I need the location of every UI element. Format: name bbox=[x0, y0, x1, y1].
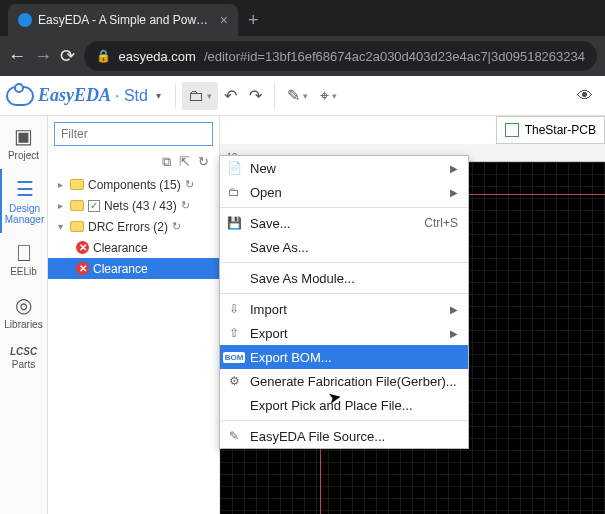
file-menu: 📄 New ▶ 🗀 Open ▶ 💾 Save... Ctrl+S Save A… bbox=[219, 155, 469, 449]
document-tab[interactable]: TheStar-PCB bbox=[496, 116, 605, 144]
forward-button[interactable]: → bbox=[34, 46, 52, 67]
refresh-icon[interactable]: ↻ bbox=[185, 178, 194, 191]
browser-tab[interactable]: EasyEDA - A Simple and Powerfu × bbox=[8, 4, 238, 36]
blank-icon bbox=[226, 239, 242, 255]
favicon bbox=[18, 13, 32, 27]
address-bar[interactable]: 🔒 easyeda.com/editor#id=13bf16ef68674ac2… bbox=[84, 41, 597, 71]
eye-icon: 👁 bbox=[577, 87, 593, 105]
tree-label: DRC Errors (2) bbox=[88, 220, 168, 234]
logo-edition: · Std bbox=[115, 87, 148, 105]
menu-item-export[interactable]: ⇧ Export ▶ bbox=[220, 321, 468, 345]
menu-label: Save As... bbox=[250, 240, 458, 255]
refresh-icon[interactable]: ↻ bbox=[198, 154, 209, 170]
caret-down-icon: ▾ bbox=[303, 91, 308, 101]
edit-icon: ✎ bbox=[226, 428, 242, 444]
collapse-icon[interactable]: ⧉ bbox=[162, 154, 171, 170]
lcsc-icon: LCSC bbox=[10, 346, 37, 357]
menu-separator bbox=[220, 420, 468, 421]
menu-label: New bbox=[250, 161, 442, 176]
logo-dropdown-icon: ▾ bbox=[152, 90, 161, 101]
submenu-arrow-icon: ▶ bbox=[450, 163, 458, 174]
folder-icon bbox=[70, 221, 84, 232]
tree-collapsed-icon: ▸ bbox=[54, 179, 66, 190]
tree-node-components[interactable]: ▸ Components (15) ↻ bbox=[48, 174, 219, 195]
menu-label: Export BOM... bbox=[250, 350, 458, 365]
separator bbox=[274, 83, 275, 109]
expand-icon[interactable]: ⇱ bbox=[179, 154, 190, 170]
redo-button[interactable]: ↷ bbox=[243, 82, 268, 110]
sidebar-item-project[interactable]: ▣ Project bbox=[0, 116, 47, 169]
menu-item-import[interactable]: ⇩ Import ▶ bbox=[220, 297, 468, 321]
menu-item-new[interactable]: 📄 New ▶ bbox=[220, 156, 468, 180]
filter-row bbox=[48, 116, 219, 152]
menu-label: Generate Fabrication File(Gerber)... bbox=[250, 374, 458, 389]
undo-button[interactable]: ↶ bbox=[218, 82, 243, 110]
reload-button[interactable]: ⟳ bbox=[60, 45, 76, 67]
menu-item-save-module[interactable]: Save As Module... bbox=[220, 266, 468, 290]
refresh-icon[interactable]: ↻ bbox=[181, 199, 190, 212]
tree-node-nets[interactable]: ▸ ✓ Nets (43 / 43) ↻ bbox=[48, 195, 219, 216]
edit-menu-button[interactable]: ✎▾ bbox=[281, 82, 314, 110]
filter-input[interactable] bbox=[54, 122, 213, 146]
file-menu-button[interactable]: 🗀▾ bbox=[182, 82, 218, 110]
blank-icon bbox=[226, 270, 242, 286]
eelib-icon: ⎕ bbox=[18, 241, 30, 264]
caret-down-icon: ▾ bbox=[207, 91, 212, 101]
menu-label: Save... bbox=[250, 216, 416, 231]
menu-item-save-as[interactable]: Save As... bbox=[220, 235, 468, 259]
open-icon: 🗀 bbox=[226, 184, 242, 200]
new-tab-button[interactable]: + bbox=[238, 4, 269, 36]
tree-node-error[interactable]: ✕ Clearance bbox=[48, 237, 219, 258]
sidebar-item-libraries[interactable]: ◎ Libraries bbox=[0, 285, 47, 338]
import-icon: ⇩ bbox=[226, 301, 242, 317]
design-manager-icon: ☰ bbox=[16, 177, 34, 201]
url-path: /editor#id=13bf16ef68674ac2a030d403d23e4… bbox=[204, 49, 585, 64]
menu-item-save[interactable]: 💾 Save... Ctrl+S bbox=[220, 211, 468, 235]
sidebar-item-parts[interactable]: LCSC Parts bbox=[0, 338, 47, 378]
tab-strip: EasyEDA - A Simple and Powerfu × + bbox=[0, 0, 605, 36]
back-button[interactable]: ← bbox=[8, 46, 26, 67]
tab-close-icon[interactable]: × bbox=[220, 12, 228, 28]
new-icon: 📄 bbox=[226, 160, 242, 176]
cloud-icon bbox=[6, 86, 34, 106]
tree-node-drc-errors[interactable]: ▾ DRC Errors (2) ↻ bbox=[48, 216, 219, 237]
document-tab-label: TheStar-PCB bbox=[525, 123, 596, 137]
sidebar-label: Project bbox=[8, 150, 39, 161]
save-icon: 💾 bbox=[226, 215, 242, 231]
logo[interactable]: EasyEDA · Std ▾ bbox=[6, 85, 169, 106]
menu-separator bbox=[220, 207, 468, 208]
menu-item-open[interactable]: 🗀 Open ▶ bbox=[220, 180, 468, 204]
tab-title: EasyEDA - A Simple and Powerfu bbox=[38, 13, 214, 27]
design-manager-panel: ⧉ ⇱ ↻ ▸ Components (15) ↻ ▸ ✓ Nets (43 /… bbox=[48, 116, 220, 514]
sidebar-item-design-manager[interactable]: ☰ Design Manager bbox=[0, 169, 47, 233]
menu-label: EasyEDA File Source... bbox=[250, 429, 458, 444]
separator bbox=[175, 83, 176, 109]
place-menu-button[interactable]: ⌖▾ bbox=[314, 82, 343, 110]
nav-bar: ← → ⟳ 🔒 easyeda.com/editor#id=13bf16ef68… bbox=[0, 36, 605, 76]
tree-node-error-selected[interactable]: ✕ Clearance bbox=[48, 258, 219, 279]
browser-chrome: EasyEDA - A Simple and Powerfu × + ← → ⟳… bbox=[0, 0, 605, 76]
export-icon: ⇧ bbox=[226, 325, 242, 341]
menu-label: Export bbox=[250, 326, 442, 341]
pcb-icon bbox=[505, 123, 519, 137]
checkbox-icon[interactable]: ✓ bbox=[88, 200, 100, 212]
sidebar-item-eelib[interactable]: ⎕ EELib bbox=[0, 233, 47, 285]
folder-icon: 🗀 bbox=[188, 87, 204, 105]
bom-icon: BOM bbox=[226, 349, 242, 365]
tree-label: Clearance bbox=[93, 241, 148, 255]
folder-icon bbox=[70, 200, 84, 211]
menu-item-export-bom[interactable]: BOM Export BOM... bbox=[220, 345, 468, 369]
lock-icon: 🔒 bbox=[96, 49, 111, 63]
refresh-icon[interactable]: ↻ bbox=[172, 220, 181, 233]
sidebar-label: Parts bbox=[12, 359, 35, 370]
logo-text: EasyEDA bbox=[38, 85, 111, 106]
app: EasyEDA · Std ▾ 🗀▾ ↶ ↷ ✎▾ ⌖▾ 👁 ▣ Project… bbox=[0, 76, 605, 514]
menu-item-pick-place[interactable]: Export Pick and Place File... bbox=[220, 393, 468, 417]
view-button[interactable]: 👁 bbox=[571, 82, 599, 110]
caret-down-icon: ▾ bbox=[332, 91, 337, 101]
pin-icon: ⌖ bbox=[320, 87, 329, 105]
menu-item-file-source[interactable]: ✎ EasyEDA File Source... bbox=[220, 424, 468, 448]
submenu-arrow-icon: ▶ bbox=[450, 187, 458, 198]
menu-label: Open bbox=[250, 185, 442, 200]
menu-item-gerber[interactable]: ⚙ Generate Fabrication File(Gerber)... bbox=[220, 369, 468, 393]
